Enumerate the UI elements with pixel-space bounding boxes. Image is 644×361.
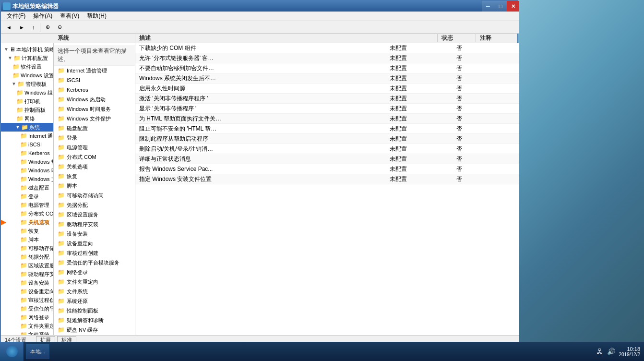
- tree-item-control-panel[interactable]: 📁 控制面板: [1, 106, 53, 114]
- middle-item-fileprotect[interactable]: 📁 Windows 文件保护: [54, 114, 135, 123]
- middle-item-hotstart[interactable]: 📁 Windows 热启动: [54, 95, 135, 104]
- taskbar-tray: 🖧 🔊 10:18 2019/12/2: [593, 346, 644, 357]
- middle-item-nvcache[interactable]: 📁 硬盘 NV 缓存: [54, 325, 135, 335]
- back-button[interactable]: ◄: [3, 23, 15, 32]
- middle-panel: 选择一个项目来查看它的描述。 📁 Internet 通信管理 📁 iSCSI 📁…: [54, 43, 135, 338]
- table-row[interactable]: 显示 '关闭非传播程序 ' 未配置 否: [135, 104, 519, 114]
- tree-item-netlogon[interactable]: 📁 网络登录: [1, 313, 53, 322]
- tree-item-kerberos[interactable]: 📁 Kerberos: [1, 149, 53, 157]
- middle-item-timesvc[interactable]: 📁 Windows 时间服务: [54, 104, 135, 114]
- table-row[interactable]: 不要自动加密移到加密文件… 未配置 否: [135, 63, 519, 73]
- minimize-button[interactable]: ─: [482, 1, 494, 12]
- menu-action[interactable]: 操作(A): [29, 11, 56, 21]
- middle-item-recovery[interactable]: 📁 恢复: [54, 171, 135, 181]
- table-row[interactable]: Windows 系统关闭发生后不… 未配置 否: [135, 73, 519, 84]
- folder-icon: 📁: [58, 211, 65, 218]
- tree-item-removable[interactable]: 📁 可移动存储访问: [1, 244, 53, 253]
- window-title: 本地组策略编辑器: [12, 2, 59, 11]
- middle-item-filesystem[interactable]: 📁 文件系统: [54, 287, 135, 296]
- expand-button[interactable]: ⊕: [42, 23, 53, 32]
- middle-item-removable[interactable]: 📁 可移动存储访问: [54, 191, 135, 200]
- menu-help[interactable]: 帮助(H): [83, 11, 110, 21]
- tree-item-credentials[interactable]: 📁 凭据分配: [1, 253, 53, 261]
- middle-item-perf[interactable]: 📁 性能控制面板: [54, 306, 135, 315]
- tree-item-dcom[interactable]: 📁 分布式 COM: [1, 209, 53, 218]
- middle-item-login[interactable]: 📁 登录: [54, 133, 135, 143]
- forward-button[interactable]: ►: [16, 23, 28, 32]
- table-row[interactable]: 激活 '关闭非传播程序程序 ' 未配置 否: [135, 94, 519, 104]
- middle-item-cred[interactable]: 📁 凭据分配: [54, 200, 135, 210]
- tree-item-computer-config[interactable]: ▼ 📁 计算机配置: [1, 54, 53, 62]
- folder-icon: 📁: [58, 76, 65, 84]
- tree-item-shutdown[interactable]: ▶ 📁 关机选项: [1, 218, 53, 227]
- tree-item-printer[interactable]: 📁 打印机: [1, 97, 53, 106]
- middle-item-shutdown[interactable]: 📁 关机选项: [54, 162, 135, 171]
- middle-item-kerberos[interactable]: 📁 Kerberos: [54, 85, 135, 95]
- table-row[interactable]: 详细与正常状态消息 未配置 否: [135, 154, 519, 164]
- tree-item-win-components[interactable]: 📁 Windows 组件: [1, 88, 53, 97]
- table-row[interactable]: 限制此程序从帮助启动程序 未配置 否: [135, 134, 519, 144]
- table-row[interactable]: 为 HTML 帮助页面执行文件关… 未配置 否: [135, 114, 519, 124]
- table-row[interactable]: 指定 Windows 安装文件位置 未配置 否: [135, 174, 519, 184]
- tree-item-script[interactable]: 📁 脚本: [1, 235, 53, 244]
- tree-item-windows-settings[interactable]: 📁 Windows 设置: [1, 71, 53, 80]
- tree-item-folder-redir[interactable]: 📁 文件夹重定向: [1, 322, 53, 330]
- start-button[interactable]: [0, 342, 24, 361]
- table-row[interactable]: 下载缺少的 COM 组件 未配置 否: [135, 43, 519, 53]
- right-panel: 下载缺少的 COM 组件 未配置 否 允许 '分布式链接服务器' 客… 未配置 …: [135, 43, 519, 338]
- middle-item-internet[interactable]: 📁 Internet 通信管理: [54, 66, 135, 75]
- tree-item-time-svc[interactable]: 📁 Windows 时间服务: [1, 166, 53, 175]
- close-button[interactable]: ✕: [507, 1, 519, 12]
- tree-item-login[interactable]: 📁 登录: [1, 192, 53, 201]
- middle-item-folder-redir[interactable]: 📁 文件夹重定向: [54, 277, 135, 287]
- middle-item-diag[interactable]: 📁 疑难解答和诊断: [54, 315, 135, 325]
- tree-item-admin-templates[interactable]: ▼ 📁 管理模板: [1, 80, 53, 88]
- middle-item-audit[interactable]: 📁 审核过程创建: [54, 248, 135, 258]
- table-row[interactable]: 删除启动/关机/登录/注销消… 未配置 否: [135, 144, 519, 154]
- folder-icon: 📁: [58, 182, 65, 190]
- middle-item-tpm[interactable]: 📁 受信任的平台模块服务: [54, 258, 135, 267]
- table-row[interactable]: 阻止可能不安全的 'HTML 帮… 未配置 否: [135, 124, 519, 134]
- tree-item-software[interactable]: 📁 软件设置: [1, 62, 53, 71]
- taskbar-item-policy[interactable]: 本地...: [26, 344, 49, 359]
- middle-item-power[interactable]: 📁 电源管理: [54, 143, 135, 152]
- tree-item-locale[interactable]: 📁 区域设置服务: [1, 261, 53, 270]
- tree-item-iscsi[interactable]: 📁 iSCSI: [1, 140, 53, 149]
- start-icon: [6, 346, 18, 357]
- left-tree-panel: ▼ 🖥 本地计算机 策略 ▼ 📁 计算机配置 📁 软件设置 📁 Windows …: [1, 43, 54, 338]
- tree-item-audit[interactable]: 📁 审核过程创建: [1, 296, 53, 304]
- tree-item-hot-start[interactable]: 📁 Windows 热启动: [1, 157, 53, 166]
- collapse-button[interactable]: ⊖: [54, 23, 65, 32]
- middle-item-iscsi[interactable]: 📁 iSCSI: [54, 75, 135, 85]
- maximize-button[interactable]: □: [494, 1, 507, 12]
- taskbar-item-label: 本地...: [30, 348, 45, 355]
- col-note-header: 注释: [476, 34, 514, 42]
- table-row[interactable]: 报告 Windows Service Pac... 未配置 否: [135, 164, 519, 174]
- tree-item-disk-config[interactable]: 📁 磁盘配置: [1, 183, 53, 192]
- tree-item-tpm[interactable]: 📁 受信任的平台模块服务: [1, 304, 53, 313]
- tree-item-network[interactable]: 📁 网络: [1, 114, 53, 123]
- tree-item-internet-comm[interactable]: 📁 Internet 通信管理: [1, 132, 53, 140]
- tree-item-root[interactable]: ▼ 🖥 本地计算机 策略: [1, 45, 53, 54]
- tree-item-system[interactable]: ▼ 📁 系统: [1, 123, 53, 132]
- middle-item-script[interactable]: 📁 脚本: [54, 181, 135, 191]
- middle-item-diskconfig[interactable]: 📁 磁盘配置: [54, 123, 135, 133]
- up-button[interactable]: ↑: [29, 23, 38, 32]
- middle-item-locale[interactable]: 📁 区域设置服务: [54, 210, 135, 219]
- menu-file[interactable]: 文件(F): [3, 11, 29, 21]
- tree-item-file-protect[interactable]: 📁 Windows 文件保护: [1, 175, 53, 183]
- tree-item-recovery[interactable]: 📁 恢复: [1, 227, 53, 235]
- menu-view[interactable]: 查看(V): [56, 11, 83, 21]
- middle-item-netlogon[interactable]: 📁 网络登录: [54, 267, 135, 277]
- table-row[interactable]: 允许 '分布式链接服务器' 客… 未配置 否: [135, 53, 519, 63]
- middle-item-device-install[interactable]: 📁 设备安装: [54, 229, 135, 239]
- tree-item-device-redirect[interactable]: 📁 设备重定向: [1, 287, 53, 296]
- middle-item-driver[interactable]: 📁 驱动程序安装: [54, 219, 135, 229]
- tree-item-driver[interactable]: 📁 驱动程序安装: [1, 270, 53, 278]
- table-row[interactable]: 启用永久性时间源 未配置 否: [135, 84, 519, 94]
- middle-item-device-redirect[interactable]: 📁 设备重定向: [54, 239, 135, 248]
- middle-item-dcom[interactable]: 📁 分布式 COM: [54, 152, 135, 162]
- middle-item-sysrestore[interactable]: 📁 系统还原: [54, 296, 135, 306]
- tree-item-device-install[interactable]: 📁 设备安装: [1, 278, 53, 287]
- tree-item-power[interactable]: 📁 电源管理: [1, 201, 53, 209]
